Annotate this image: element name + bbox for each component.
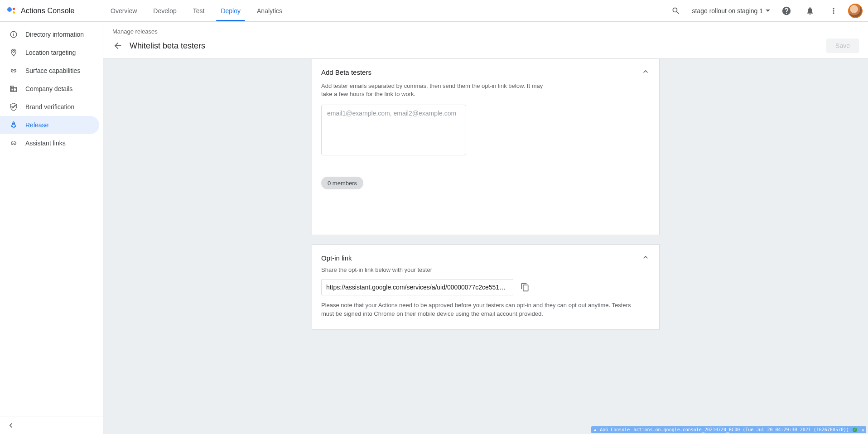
- tab-analytics[interactable]: Analytics: [249, 0, 290, 21]
- optin-link-input[interactable]: [321, 279, 513, 295]
- sidebar-item-directory-information[interactable]: Directory information: [0, 25, 99, 43]
- sidebar-item-label: Assistant links: [25, 140, 66, 147]
- top-bar: Actions Console Overview Develop Test De…: [0, 0, 868, 22]
- check-icon: ✓: [853, 428, 857, 432]
- card-title-add-testers: Add Beta testers: [321, 68, 641, 76]
- collapse-card-button[interactable]: [641, 253, 650, 263]
- debug-build: actions-on-google-console_20210720_RC00 …: [633, 427, 849, 432]
- subheader: Manage releases Whitelist beta testers S…: [103, 22, 868, 59]
- card-title-optin: Opt-in link: [321, 254, 641, 262]
- tab-develop[interactable]: Develop: [145, 0, 184, 21]
- card-optin-link: Opt-in link Share the opt-in link below …: [312, 244, 660, 329]
- search-icon[interactable]: [667, 2, 685, 20]
- rocket-icon: [9, 121, 18, 130]
- tester-emails-input[interactable]: [321, 105, 466, 155]
- location-icon: [9, 48, 18, 57]
- overflow-menu-icon[interactable]: [825, 2, 843, 20]
- card-add-beta-testers: Add Beta testers Add tester emails separ…: [312, 59, 660, 235]
- sidebar-item-brand-verification[interactable]: Brand verification: [0, 98, 99, 116]
- card-description: Share the opt-in link below with your te…: [321, 266, 548, 274]
- copy-icon[interactable]: [520, 282, 530, 293]
- verified-icon: [9, 102, 18, 111]
- tab-test[interactable]: Test: [185, 0, 213, 21]
- avatar[interactable]: [848, 4, 863, 18]
- chevron-up-icon[interactable]: ▲: [594, 428, 596, 432]
- assistant-logo-icon: [7, 6, 16, 15]
- sidebar-item-label: Surface capabilities: [25, 67, 80, 74]
- info-icon: [9, 30, 18, 39]
- card-description: Add tester emails separated by commas, t…: [321, 82, 548, 98]
- business-icon: [9, 84, 18, 93]
- collapse-sidebar-button[interactable]: [4, 418, 18, 433]
- link-icon: [9, 139, 18, 148]
- tab-overview[interactable]: Overview: [102, 0, 145, 21]
- sidebar-item-label: Release: [25, 121, 48, 129]
- sidebar-item-label: Location targeting: [25, 49, 76, 56]
- project-name: stage rollout on staging 1: [692, 7, 763, 14]
- topbar-actions: stage rollout on staging 1: [667, 2, 863, 20]
- back-button[interactable]: [112, 40, 123, 51]
- sidebar-item-label: Brand verification: [25, 103, 74, 111]
- close-icon[interactable]: ✕: [861, 427, 864, 433]
- notifications-icon[interactable]: [801, 2, 819, 20]
- app-title: Actions Console: [21, 7, 75, 15]
- save-button[interactable]: Save: [826, 39, 859, 53]
- members-chip[interactable]: 0 members: [321, 177, 363, 189]
- sidebar: Directory information Location targeting…: [0, 22, 103, 434]
- sidebar-item-label: Directory information: [25, 31, 84, 38]
- project-dropdown[interactable]: stage rollout on staging 1: [690, 7, 772, 14]
- breadcrumb[interactable]: Manage releases: [112, 28, 859, 35]
- debug-name: AoG Console: [600, 427, 630, 432]
- sidebar-item-release[interactable]: Release: [0, 116, 99, 134]
- sidebar-item-surface-capabilities[interactable]: Surface capabilities: [0, 62, 99, 80]
- main-panel: Manage releases Whitelist beta testers S…: [103, 22, 868, 434]
- debug-bar: ▲ AoG Console actions-on-google-console_…: [591, 426, 866, 433]
- optin-note: Please note that your Actions need to be…: [321, 301, 638, 318]
- tab-deploy[interactable]: Deploy: [212, 0, 249, 21]
- collapse-card-button[interactable]: [641, 67, 650, 77]
- sidebar-item-label: Company details: [25, 85, 72, 92]
- sidebar-item-assistant-links[interactable]: Assistant links: [0, 134, 99, 152]
- logo-home[interactable]: Actions Console: [7, 6, 102, 15]
- sidebar-item-company-details[interactable]: Company details: [0, 80, 99, 98]
- content-scroll[interactable]: Add Beta testers Add tester emails separ…: [103, 59, 868, 434]
- sidebar-item-location-targeting[interactable]: Location targeting: [0, 43, 99, 62]
- main-tabs: Overview Develop Test Deploy Analytics: [102, 0, 290, 21]
- dropdown-arrow-icon: [766, 10, 770, 12]
- link-icon: [9, 66, 18, 75]
- help-icon[interactable]: [777, 2, 796, 20]
- page-title: Whitelist beta testers: [130, 41, 820, 51]
